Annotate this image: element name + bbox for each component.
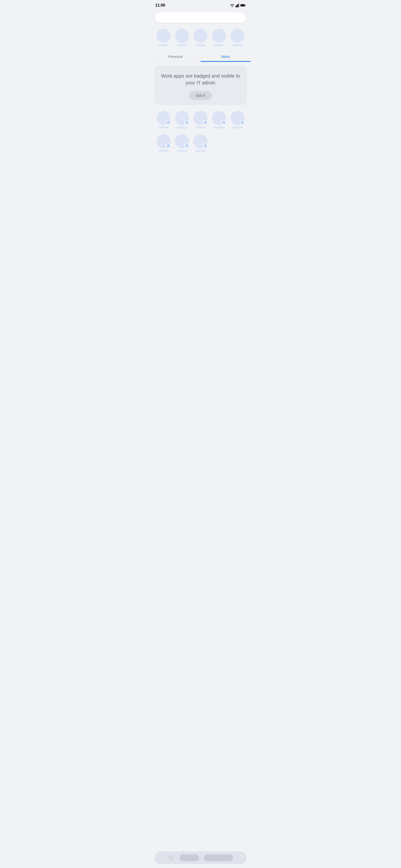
work-badge [240,120,245,125]
work-app-row-2 [150,132,251,154]
app-label [195,44,206,46]
work-app-icon [212,111,226,125]
app-label [177,44,187,46]
svg-rect-7 [245,5,246,6]
work-badge [166,120,171,125]
app-label [177,150,187,152]
tabs-container: Personal Work [150,51,251,62]
svg-rect-4 [239,3,240,7]
wifi-icon [230,3,235,7]
got-it-button[interactable]: Got it [189,91,212,100]
work-app-item[interactable] [193,134,208,152]
app-label [214,126,224,128]
tab-personal[interactable]: Personal [150,51,201,62]
app-icon [175,29,189,43]
work-app-icon [193,111,208,125]
work-app-item[interactable] [156,111,171,128]
work-app-row-1 [150,109,251,130]
app-label [177,126,187,128]
status-icons [230,3,246,7]
tab-work[interactable]: Work [201,51,251,62]
work-app-icon [193,134,208,148]
work-badge [166,144,171,148]
app-label [158,44,168,46]
work-badge [203,120,208,125]
work-app-item[interactable] [193,111,208,128]
app-icon [212,29,226,43]
app-label [233,44,243,46]
svg-rect-6 [241,5,244,6]
work-app-icon [156,111,171,125]
status-time: 11:00 [155,3,165,7]
work-badge [221,120,226,125]
app-item[interactable] [211,29,227,46]
app-icon [230,29,245,43]
work-app-icon [230,111,245,125]
battery-icon [240,4,246,7]
info-card-message: Work apps are badged and visible to your… [160,72,241,86]
app-item[interactable] [174,29,190,46]
svg-rect-0 [236,6,236,7]
app-item[interactable] [193,29,208,46]
svg-rect-3 [238,4,239,7]
work-badge [203,144,208,148]
app-label [195,126,206,128]
app-label [214,44,224,46]
work-app-icon [175,111,189,125]
svg-rect-1 [236,5,237,7]
top-app-row [150,27,251,48]
work-badge [184,120,189,125]
app-icon [156,29,171,43]
work-app-item[interactable] [174,134,190,152]
app-label [195,150,206,152]
info-card: Work apps are badged and visible to your… [154,66,247,105]
work-app-item[interactable] [156,134,171,152]
svg-rect-2 [237,4,238,7]
app-label [233,126,243,128]
app-label [158,150,168,152]
work-app-item[interactable] [211,111,227,128]
status-bar: 11:00 [150,0,251,10]
app-label [158,126,168,128]
work-app-icon [156,134,171,148]
signal-icon [236,3,240,7]
app-item[interactable] [230,29,245,46]
work-app-icon [175,134,189,148]
app-item[interactable] [156,29,171,46]
work-badge [184,144,189,148]
work-app-item[interactable] [174,111,190,128]
search-bar[interactable] [155,12,246,23]
work-app-item[interactable] [230,111,245,128]
app-icon [193,29,208,43]
